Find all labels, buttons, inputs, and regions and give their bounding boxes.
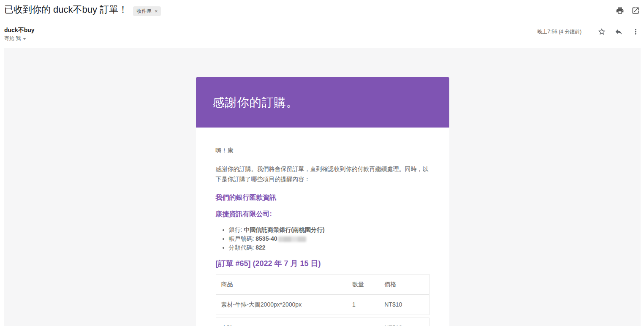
item-product-name: 素材-牛排-大圖2000px*2000px bbox=[216, 295, 347, 315]
star-icon bbox=[598, 27, 606, 36]
table-header-row: 商品 數量 價格 bbox=[216, 274, 429, 295]
email-banner: 感謝你的訂購。 bbox=[196, 77, 449, 128]
order-email-card: 感謝你的訂購。 嗨！康 感謝你的訂購。我們將會保留訂單，直到確認收到你的付款再繼… bbox=[196, 77, 449, 326]
bank-info-heading: 我們的銀行匯款資訊 bbox=[216, 193, 429, 203]
order-totals-table: 小計: NT$10 bbox=[216, 318, 429, 326]
redacted-account-number bbox=[278, 236, 306, 242]
bank-details-list: 銀行: 中國信託商業銀行(南桃園分行) 帳戶號碼: 8535-40 分類代碼: … bbox=[216, 225, 429, 252]
bank-detail-item-code: 分類代碼: 822 bbox=[229, 243, 429, 252]
subtotal-label: 小計: bbox=[216, 318, 379, 326]
bank-detail-label: 分類代碼: bbox=[229, 244, 254, 251]
more-vert-icon bbox=[631, 27, 640, 36]
print-icon bbox=[616, 6, 624, 15]
open-in-new-icon bbox=[631, 6, 640, 15]
sender-name: duck不buy bbox=[4, 26, 35, 34]
reply-button[interactable] bbox=[614, 27, 623, 36]
more-options-button[interactable] bbox=[631, 27, 640, 36]
inbox-label-chip[interactable]: 收件匣 × bbox=[133, 6, 161, 16]
star-button[interactable] bbox=[598, 27, 606, 36]
print-button[interactable] bbox=[616, 6, 624, 15]
email-body-canvas: 感謝你的訂購。 嗨！康 感謝你的訂購。我們將會保留訂單，直到確認收到你的付款再繼… bbox=[4, 48, 641, 326]
order-item-row: 素材-牛排-大圖2000px*2000px 1 NT$10 bbox=[216, 295, 429, 315]
banner-title: 感謝你的訂購。 bbox=[213, 95, 299, 111]
bank-detail-value: 中國信託商業銀行(南桃園分行) bbox=[244, 226, 324, 233]
reply-icon bbox=[614, 27, 623, 36]
column-header-product: 商品 bbox=[216, 274, 347, 295]
email-subject: 已收到你的 duck不buy 訂單！ bbox=[4, 3, 128, 16]
subtotal-value: NT$10 bbox=[379, 318, 429, 326]
greeting-text: 嗨！康 bbox=[216, 145, 429, 155]
item-price: NT$10 bbox=[379, 295, 429, 315]
bank-detail-item-account: 帳戶號碼: 8535-40 bbox=[229, 234, 429, 243]
bank-detail-value: 8535-40 bbox=[255, 235, 277, 242]
message-actions: 晚上7:56 (4 分鐘前) bbox=[537, 27, 640, 37]
column-header-quantity: 數量 bbox=[347, 274, 379, 295]
column-header-price: 價格 bbox=[379, 274, 429, 295]
inbox-label-text: 收件匣 bbox=[136, 8, 152, 15]
recipient-label: 寄給 我 bbox=[4, 35, 21, 42]
company-heading: 康捷資訊有限公司: bbox=[216, 209, 429, 219]
email-card-body: 嗨！康 感謝你的訂購。我們將會保留訂單，直到確認收到你的付款再繼續處理。同時，以… bbox=[196, 128, 449, 326]
recipient-dropdown-icon[interactable] bbox=[21, 35, 28, 42]
bank-detail-item-bank: 銀行: 中國信託商業銀行(南桃園分行) bbox=[229, 225, 429, 234]
subtotal-row: 小計: NT$10 bbox=[216, 318, 429, 326]
recipient-details-toggle[interactable]: 寄給 我 bbox=[4, 35, 28, 42]
intro-text: 感謝你的訂購。我們將會保留訂單，直到確認收到你的付款再繼續處理。同時，以下是你訂… bbox=[216, 164, 429, 184]
bank-detail-value: 822 bbox=[255, 244, 265, 251]
message-timestamp: 晚上7:56 (4 分鐘前) bbox=[537, 28, 582, 35]
order-number-heading: [訂單 #65] (2022 年 7 月 15 日) bbox=[216, 258, 429, 269]
bank-detail-label: 銀行: bbox=[229, 226, 242, 233]
open-in-new-button[interactable] bbox=[631, 6, 640, 15]
remove-label-icon[interactable]: × bbox=[155, 9, 158, 14]
bank-detail-label: 帳戶號碼: bbox=[229, 235, 254, 242]
subject-bar: 已收到你的 duck不buy 訂單！ 收件匣 × bbox=[4, 3, 640, 16]
message-header: duck不buy 寄給 我 晚上7:56 (4 分鐘前) bbox=[4, 26, 640, 42]
sender-block: duck不buy 寄給 我 bbox=[4, 26, 35, 42]
order-items-table: 商品 數量 價格 素材-牛排-大圖2000px*2000px 1 NT$10 bbox=[216, 274, 429, 315]
item-quantity: 1 bbox=[347, 295, 379, 315]
